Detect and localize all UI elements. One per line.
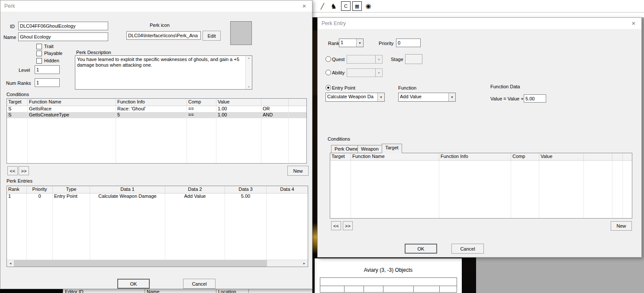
header-target[interactable]: Target — [7, 99, 28, 106]
entry-conditions-table: Target Function Name Function Info Comp … — [330, 153, 632, 219]
num-ranks-input[interactable] — [35, 78, 60, 87]
conditions-next-button[interactable]: >> — [19, 166, 29, 175]
condition-row[interactable]: S GetIsRace Race: 'Ghoul' == 1.00 OR — [7, 106, 306, 112]
tab-weapon[interactable]: Weapon — [357, 145, 382, 153]
priority-input[interactable] — [396, 39, 421, 47]
header-blank[interactable] — [623, 153, 632, 161]
header-value[interactable]: Value — [539, 153, 584, 161]
level-label: Level — [19, 68, 30, 73]
creature-icon[interactable]: ♞ — [329, 1, 338, 11]
perk-icon-path-input[interactable] — [126, 31, 201, 40]
chevron-down-icon[interactable]: ▼ — [448, 93, 455, 101]
header-data1[interactable]: Data 1 — [90, 186, 165, 193]
toolbar-divider — [312, 12, 644, 13]
header-type[interactable]: Type — [53, 186, 90, 193]
hidden-checkbox[interactable] — [36, 58, 42, 64]
perk-entries-table: Rank Priority Type Data 1 Data 2 Data 3 … — [6, 186, 308, 267]
scroll-up-icon[interactable]: ▲ — [246, 57, 252, 59]
entry-point-radio[interactable] — [325, 85, 331, 90]
value-expression-label: Value = Value + — [490, 96, 524, 101]
priority-label: Priority — [379, 41, 393, 46]
trait-checkbox[interactable] — [36, 44, 42, 49]
trait-label: Trait — [44, 44, 54, 49]
header-blank[interactable] — [261, 99, 289, 106]
header-comp[interactable]: Comp — [511, 153, 539, 161]
grid-icon[interactable]: ▦ — [352, 1, 362, 11]
cancel-button[interactable]: Cancel — [183, 279, 216, 289]
header-priority[interactable]: Priority — [27, 186, 53, 193]
name-label: Name — [3, 35, 16, 40]
perk-entry-dialog: Perk Entry × Rank 1 ▼ Priority Quest ▼ S… — [317, 17, 642, 258]
playable-checkbox[interactable] — [36, 51, 42, 56]
scroll-down-icon[interactable]: ▼ — [246, 86, 252, 88]
header-rank[interactable]: Rank — [7, 186, 27, 193]
close-icon[interactable]: × — [299, 2, 309, 10]
header-comp[interactable]: Comp — [187, 99, 216, 106]
entry-next-button[interactable]: >> — [343, 221, 353, 230]
function-data-label: Function Data — [490, 84, 520, 89]
header-data2[interactable]: Data 2 — [165, 186, 225, 193]
perk-description-box[interactable]: You have learned to exploit the specific… — [75, 55, 252, 90]
scroll-right-icon[interactable]: ► — [301, 260, 308, 267]
target-icon[interactable]: ◉ — [364, 1, 373, 11]
perk-entry-row[interactable]: 1 0 Entry Point Calculate Weapon Damage … — [7, 193, 308, 200]
ability-radio[interactable] — [325, 70, 331, 75]
quest-radio[interactable] — [325, 56, 331, 62]
rank-dropdown[interactable]: 1 ▼ — [339, 39, 364, 47]
conditions-new-button[interactable]: New — [287, 166, 309, 176]
scrollbar-thumb[interactable] — [14, 260, 267, 267]
column-header-blank[interactable] — [249, 289, 312, 293]
conditions-label: Conditions — [6, 92, 29, 97]
ok-button[interactable]: OK — [405, 244, 437, 254]
perk-entry-titlebar[interactable]: Perk Entry × — [318, 18, 641, 29]
header-target[interactable]: Target — [330, 153, 351, 161]
hidden-label: Hidden — [44, 58, 59, 63]
cancel-button[interactable]: Cancel — [451, 244, 484, 254]
tab-target[interactable]: Target — [382, 144, 402, 153]
perk-description-label: Perk Description — [76, 50, 111, 55]
empty-rows — [7, 200, 308, 260]
edit-button[interactable]: Edit — [203, 31, 221, 41]
perk-dialog: Perk × ID Name Trait Playable Hidden Lev… — [0, 0, 312, 289]
condition-row[interactable]: S GetIsCreatureType 5 == 1.00 AND — [7, 112, 306, 118]
close-icon[interactable]: × — [628, 19, 639, 28]
header-function-name[interactable]: Function Name — [351, 153, 439, 161]
header-blank[interactable] — [584, 153, 612, 161]
ability-dropdown: ▼ — [347, 68, 383, 77]
scroll-left-icon[interactable]: ◄ — [7, 260, 14, 267]
header-blank[interactable] — [289, 99, 306, 106]
header-function-info[interactable]: Function Info — [439, 153, 511, 161]
header-function-info[interactable]: Function Info — [116, 99, 187, 106]
header-data4[interactable]: Data 4 — [267, 186, 308, 193]
entry-point-dropdown[interactable]: Calculate Weapon Da ▼ — [325, 93, 385, 102]
chevron-down-icon[interactable]: ▼ — [377, 93, 384, 101]
chevron-down-icon[interactable]: ▼ — [356, 39, 363, 47]
header-data3[interactable]: Data 3 — [225, 186, 267, 193]
column-header-editor-id[interactable]: Editor ID — [63, 289, 145, 293]
header-function-name[interactable]: Function Name — [28, 99, 116, 106]
header-value[interactable]: Value — [216, 99, 261, 106]
perk-dialog-titlebar[interactable]: Perk × — [0, 0, 312, 12]
perk-description-text: You have learned to exploit the specific… — [77, 57, 244, 68]
header-blank[interactable] — [612, 153, 623, 161]
function-value-input[interactable] — [524, 94, 546, 103]
description-scrollbar[interactable]: ▲ ▼ — [245, 56, 252, 89]
horizontal-scrollbar[interactable]: ◄ ► — [7, 260, 308, 267]
entry-new-button[interactable]: New — [611, 221, 632, 231]
scrollbar-track[interactable] — [267, 260, 301, 267]
column-header-name[interactable]: Name — [145, 289, 216, 293]
column-header-location[interactable]: Location — [216, 289, 249, 293]
conditions-prev-button[interactable]: << — [7, 166, 18, 175]
name-input[interactable] — [18, 32, 108, 41]
level-input[interactable] — [35, 65, 60, 74]
num-ranks-label: Num Ranks — [6, 80, 31, 86]
entry-prev-button[interactable]: << — [331, 221, 341, 230]
id-input[interactable] — [18, 22, 108, 30]
pen-icon[interactable]: ╱ — [318, 1, 327, 11]
function-dropdown[interactable]: Add Value ▼ — [398, 93, 456, 102]
render-scene-detail — [312, 30, 317, 95]
ok-button[interactable]: OK — [117, 279, 150, 289]
playable-label: Playable — [44, 51, 62, 56]
cell-icon[interactable]: C — [341, 1, 351, 11]
chevron-down-icon: ▼ — [375, 55, 382, 63]
